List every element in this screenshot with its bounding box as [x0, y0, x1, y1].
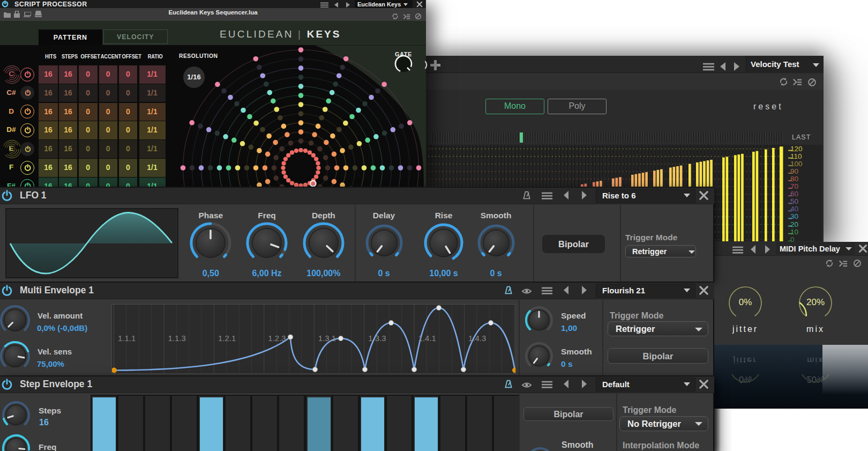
- svg-text:1.1.3: 1.1.3: [168, 334, 185, 343]
- svg-text:1.2.1: 1.2.1: [218, 334, 236, 343]
- svg-text:1.2.3: 1.2.3: [268, 334, 286, 343]
- svg-text:1.3.1: 1.3.1: [318, 334, 336, 343]
- svg-text:1.1.1: 1.1.1: [118, 334, 136, 343]
- svg-text:1.3.3: 1.3.3: [368, 334, 386, 343]
- svg-text:1.4.1: 1.4.1: [418, 334, 436, 343]
- svg-text:1.4.3: 1.4.3: [468, 334, 486, 343]
